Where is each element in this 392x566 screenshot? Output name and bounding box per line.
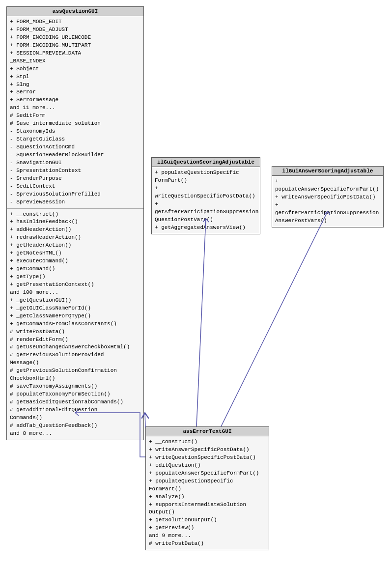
assQuestionGUI-methods-text: + __construct() + hasInlineFeedback() + … (10, 211, 140, 438)
box-ilGuiQuestionScoringAdjustable: ilGuiQuestionScoringAdjustable + populat… (151, 157, 260, 234)
assQuestionGUI-fields-text: + FORM_MODE_EDIT + FORM_MODE_ADJUST + FO… (10, 18, 140, 206)
box-assErrorTextGUI-title: assErrorTextGUI (146, 427, 269, 436)
svg-line-1 (196, 219, 206, 426)
box-ilGuiQuestionScoringAdjustable-title: ilGuiQuestionScoringAdjustable (152, 158, 260, 167)
box-ilGuiAnswerScoringAdjustable-methods: + populateAnswerSpecificFormPart() + wri… (272, 176, 383, 227)
box-assQuestionGUI: assQuestionGUI + FORM_MODE_EDIT + FORM_M… (6, 6, 144, 440)
svg-line-2 (221, 211, 328, 426)
box-assErrorTextGUI: assErrorTextGUI + __construct() + writeA… (145, 426, 269, 550)
box-assErrorTextGUI-methods: + __construct() + writeAnswerSpecificPos… (146, 436, 269, 550)
diagram-container: assQuestionGUI + FORM_MODE_EDIT + FORM_M… (0, 0, 392, 566)
box-ilGuiQuestionScoringAdjustable-methods: + populateQuestionSpecific FormPart() + … (152, 167, 260, 234)
box-ilGuiAnswerScoringAdjustable-title: ilGuiAnswerScoringAdjustable (272, 167, 383, 176)
box-assQuestionGUI-fields: + FORM_MODE_EDIT + FORM_MODE_ADJUST + FO… (7, 16, 143, 209)
ilGuiAnswerScoringAdjustable-methods-text: + populateAnswerSpecificFormPart() + wri… (275, 178, 380, 225)
svg-line-0 (145, 413, 145, 427)
box-assQuestionGUI-title: assQuestionGUI (7, 7, 143, 16)
ilGuiQuestionScoringAdjustable-methods-text: + populateQuestionSpecific FormPart() + … (155, 169, 257, 232)
assErrorTextGUI-methods-text: + __construct() + writeAnswerSpecificPos… (149, 438, 266, 548)
box-ilGuiAnswerScoringAdjustable: ilGuiAnswerScoringAdjustable + populateA… (272, 166, 384, 227)
box-assQuestionGUI-methods: + __construct() + hasInlineFeedback() + … (7, 209, 143, 440)
